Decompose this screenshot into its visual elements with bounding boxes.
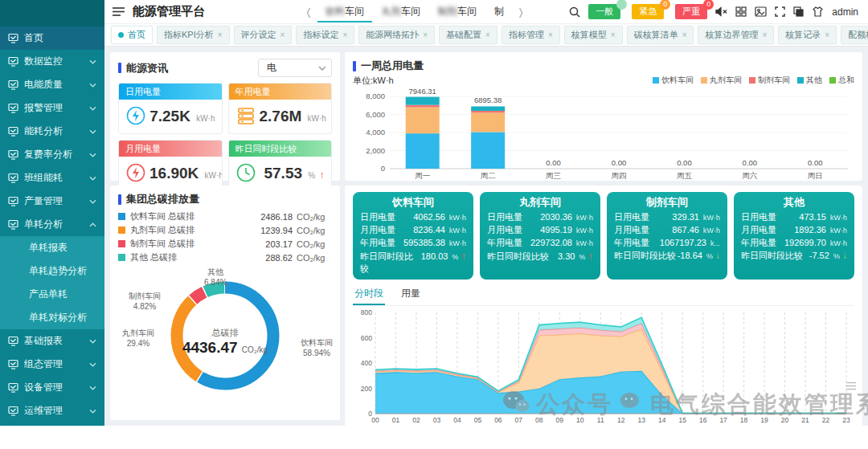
carbon-row-name: 其他 总碳排	[130, 251, 177, 263]
alarm-count-badge: 0	[660, 0, 670, 10]
tab-首页[interactable]: 首页	[111, 26, 153, 44]
workshop-card-row: 月用电量867.46 kW·h	[614, 224, 720, 237]
sidebar-item-数据监控[interactable]: 数据监控	[0, 50, 104, 73]
tab-分时段[interactable]: 分时段	[353, 285, 385, 305]
username[interactable]: admin	[832, 6, 858, 18]
layout-grid-icon[interactable]	[735, 6, 747, 17]
svg-text:17: 17	[719, 416, 727, 424]
tab-核算模型[interactable]: 核算模型×	[564, 26, 623, 44]
chart-toolbox-icon[interactable]	[846, 382, 856, 393]
donut-center-label: 总碳排 4436.47 CO₂/kg	[173, 327, 277, 357]
svg-text:周日: 周日	[808, 171, 823, 180]
quick-tab-workshop[interactable]: 饮料车间	[317, 2, 372, 22]
sidebar-item-运维管理[interactable]: 运维管理	[0, 399, 104, 422]
energy-analysis-icon	[8, 126, 18, 137]
close-tab-icon[interactable]: ×	[342, 31, 347, 39]
sidebar-item-label: 产量管理	[24, 194, 63, 208]
chevron-down-icon	[89, 176, 96, 181]
clock-icon	[235, 162, 256, 186]
tab-label: 基础配置	[446, 29, 481, 41]
row-value: 595385.38 kW·h	[403, 237, 466, 250]
legend-swatch	[829, 77, 836, 84]
quick-tab-workshop[interactable]: 制剂车间	[430, 2, 485, 22]
close-tab-icon[interactable]: ×	[825, 31, 829, 39]
tab-基础配置[interactable]: 基础配置×	[439, 26, 497, 44]
sidebar-item-复费率分析[interactable]: 复费率分析	[0, 143, 104, 166]
svg-text:22: 22	[822, 416, 830, 424]
sidebar-item-设备管理[interactable]: 设备管理	[0, 376, 104, 399]
sidebar-item-电能质量[interactable]: 电能质量	[0, 73, 104, 96]
tab-label: 评分设定	[241, 29, 276, 41]
legend-item-丸剂车间[interactable]: 丸剂车间	[701, 75, 742, 86]
chevron-up-icon	[89, 222, 96, 227]
sidebar-subitem-单耗报表[interactable]: 单耗报表	[0, 236, 104, 259]
tab-能源网络拓扑[interactable]: 能源网络拓扑×	[358, 26, 435, 44]
row-value: 8236.44 kW·h	[413, 224, 466, 237]
tab-配额核算[interactable]: 配额核算×	[841, 26, 868, 44]
svg-text:16: 16	[699, 416, 707, 424]
close-tab-icon[interactable]: ×	[611, 31, 616, 39]
legend-item-总和[interactable]: 总和	[829, 75, 854, 86]
close-tab-icon[interactable]: ×	[682, 31, 687, 39]
sidebar-subitem-单耗趋势分析[interactable]: 单耗趋势分析	[0, 259, 104, 283]
close-tab-icon[interactable]: ×	[762, 31, 767, 39]
sidebar-item-班组能耗[interactable]: 班组能耗	[0, 166, 104, 190]
svg-text:15: 15	[678, 416, 686, 424]
alarm-badge-紧急[interactable]: 紧急0	[632, 4, 664, 19]
fullscreen-icon[interactable]	[775, 6, 785, 17]
energy-card-header: 昨日同时段比较	[229, 141, 332, 157]
close-tab-icon[interactable]: ×	[485, 31, 490, 39]
alarm-badge-一般[interactable]: 一般	[588, 4, 620, 19]
tab-label: 指标设定	[303, 29, 338, 41]
legend-item-制剂车间[interactable]: 制剂车间	[749, 75, 790, 86]
svg-text:20: 20	[781, 416, 789, 424]
sidebar-subitem-产品单耗[interactable]: 产品单耗	[0, 283, 104, 306]
sidebar-subitem-单耗对标分析[interactable]: 单耗对标分析	[0, 306, 104, 329]
sidebar-item-label: 单耗分析	[24, 218, 63, 231]
sidebar-item-基础报表[interactable]: 基础报表	[0, 329, 104, 353]
legend-item-其他[interactable]: 其他	[797, 75, 822, 86]
sidebar-item-能耗分析[interactable]: 能耗分析	[0, 120, 104, 143]
tab-指标设定[interactable]: 指标设定×	[296, 26, 354, 44]
close-tab-icon[interactable]: ×	[218, 31, 223, 39]
theme-shirt-icon[interactable]	[812, 6, 824, 17]
legend-item-饮料车间[interactable]: 饮料车间	[653, 75, 694, 86]
copy-icon[interactable]	[793, 6, 804, 17]
tab-评分设定[interactable]: 评分设定×	[234, 26, 293, 44]
tab-指标KPI分析[interactable]: 指标KPI分析×	[157, 26, 230, 44]
alarm-badge-严重[interactable]: 严重0	[675, 4, 707, 19]
row-label: 日用电量	[614, 211, 649, 223]
tab-指标管理[interactable]: 指标管理×	[502, 26, 560, 44]
tab-核算边界管理[interactable]: 核算边界管理×	[698, 26, 774, 44]
workshop-card-row: 日用电量473.15 kW·h	[741, 211, 847, 224]
quick-tab-workshop[interactable]: 丸剂车间	[374, 2, 428, 22]
report-icon	[8, 336, 18, 346]
energy-card-value: 57.53 % ↑	[264, 165, 325, 182]
sidebar-item-组态管理[interactable]: 组态管理	[0, 353, 104, 376]
workshop-card-title: 丸剂车间	[487, 195, 593, 210]
tab-核算记录[interactable]: 核算记录×	[778, 26, 837, 44]
sidebar-item-产量管理[interactable]: 产量管理	[0, 190, 104, 213]
collapse-menu-icon[interactable]	[113, 6, 125, 17]
quicknav-next-icon[interactable]: ❭	[514, 6, 528, 18]
close-tab-icon[interactable]: ×	[423, 31, 428, 39]
sidebar-item-首页[interactable]: 首页	[0, 27, 104, 50]
workshop-card-row: 月用电量1892.36 kW·h	[741, 224, 847, 237]
tab-碳核算清单[interactable]: 碳核算清单×	[627, 26, 694, 44]
carbon-row-name: 丸剂车间 总碳排	[130, 224, 194, 236]
energy-info-title: 能源资讯 电	[118, 59, 332, 77]
speaker-mute-icon[interactable]	[715, 6, 727, 17]
energy-type-select[interactable]: 电	[258, 59, 332, 77]
sidebar-item-单耗分析[interactable]: 单耗分析	[0, 213, 104, 236]
sidebar-item-报警管理[interactable]: 报警管理	[0, 96, 104, 120]
close-tab-icon[interactable]: ×	[548, 31, 553, 39]
tab-用量[interactable]: 用量	[399, 285, 422, 305]
sidebar-item-label: 组态管理	[24, 357, 63, 371]
time-period-tabs: 分时段用量	[353, 285, 854, 306]
energy-card-年用电量: 年用电量2.76M kW·h	[228, 83, 333, 134]
close-tab-icon[interactable]: ×	[280, 31, 285, 39]
quick-tab-workshop[interactable]: 制	[486, 2, 512, 22]
search-icon[interactable]	[569, 6, 580, 18]
image-icon[interactable]	[755, 6, 767, 17]
quicknav-prev-icon[interactable]: ❬	[301, 6, 316, 18]
